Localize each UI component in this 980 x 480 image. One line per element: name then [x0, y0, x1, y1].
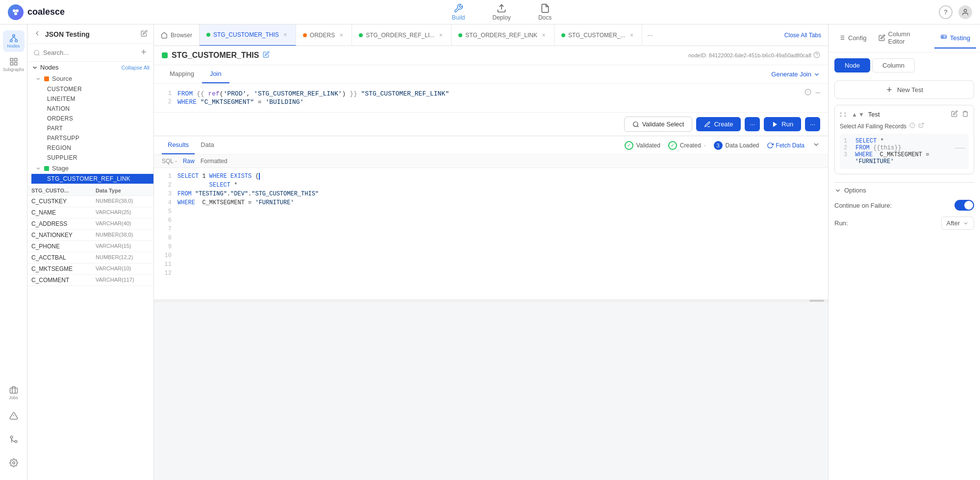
nav-docs[interactable]: Docs	[532, 1, 557, 23]
select-all-failing-label: Select All Failing Records	[840, 123, 906, 130]
nav-deploy[interactable]: Deploy	[487, 1, 517, 23]
arrow-down-button[interactable]: ▼	[858, 111, 864, 118]
select-all-info-icon[interactable]	[909, 122, 915, 130]
results-status: ✓ Validated ✓ Created - 3 Data Loaded	[625, 141, 820, 150]
nodes-label: Nodes	[40, 64, 59, 71]
back-button[interactable]	[33, 29, 41, 39]
sub-tab-column[interactable]: Column	[872, 58, 915, 72]
tab-close-button[interactable]: ×	[282, 31, 289, 38]
code-editor[interactable]: 1 FROM {{ ref('PROD', 'STG_CUSTOMER_REF_…	[154, 84, 828, 112]
right-panel-tabs: Config Column Editor Testing	[829, 24, 980, 52]
tab-testing[interactable]: Testing	[934, 28, 976, 48]
new-test-button[interactable]: New Test	[834, 80, 974, 99]
tab-stg-orders-ref-link[interactable]: STG_ORDERS_REF_LINK ×	[452, 24, 554, 46]
tab-browser[interactable]: Browser	[154, 24, 200, 46]
minimize-icon[interactable]: —	[815, 89, 820, 97]
sidebar: JSON Testing Nodes Collapse All	[27, 24, 154, 480]
drag-handle[interactable]	[840, 112, 848, 117]
config-tab-label: Config	[848, 34, 867, 42]
search-input[interactable]	[43, 49, 137, 56]
raw-option[interactable]: Raw	[183, 158, 195, 165]
tab-close-button[interactable]: ×	[628, 32, 635, 39]
sub-tab-node[interactable]: Node	[834, 58, 870, 72]
continue-on-failure-toggle[interactable]	[955, 200, 974, 211]
sidebar-item-region[interactable]: REGION	[31, 143, 153, 153]
right-panel: Config Column Editor Testing Node Column…	[828, 24, 980, 480]
icon-settings[interactable]	[3, 453, 25, 474]
results-code[interactable]: 1 SELECT 1 WHERE EXISTS { 2 SELECT * 3 F…	[154, 168, 828, 299]
help-icon[interactable]	[813, 51, 820, 59]
main-nav: Build Deploy Docs	[446, 1, 557, 23]
source-group-header[interactable]: Source	[31, 73, 153, 84]
create-button[interactable]: Create	[696, 117, 741, 131]
tab-config[interactable]: Config	[832, 28, 873, 48]
options-header[interactable]: Options	[834, 187, 974, 194]
table-row: C_COMMENTVARCHAR(117)	[27, 275, 153, 286]
user-icon[interactable]	[958, 5, 972, 19]
chevron-down-icon	[31, 64, 38, 71]
expand-button[interactable]	[812, 141, 820, 150]
data-tab[interactable]: Data	[195, 136, 220, 154]
nodes-header[interactable]: Nodes Collapse All	[27, 62, 153, 73]
icon-subgraphs[interactable]: Subgraphs	[3, 54, 25, 75]
delete-test-button[interactable]	[962, 110, 969, 119]
results-tab[interactable]: Results	[162, 136, 195, 154]
sidebar-item-customer[interactable]: CUSTOMER	[31, 84, 153, 94]
generate-join-button[interactable]: Generate Join	[771, 71, 820, 78]
tab-stg-orders-ref-li[interactable]: STG_ORDERS_REF_LI... ×	[352, 24, 452, 46]
svg-point-29	[633, 121, 637, 126]
icon-nodes[interactable]: Nodes	[3, 30, 25, 52]
sub-tabs: Node Column	[834, 58, 974, 72]
external-link-icon[interactable]	[918, 122, 924, 130]
run-more-button[interactable]: ···	[805, 117, 820, 131]
tab-mapping[interactable]: Mapping	[162, 65, 202, 83]
help-icon[interactable]: ?	[939, 5, 953, 19]
stage-group-header[interactable]: Stage	[31, 163, 153, 174]
result-line-3: 3 FROM "TESTING"."DEV"."STG_CUSTOMER_THI…	[154, 190, 828, 198]
edit-project-icon[interactable]	[141, 30, 148, 38]
nav-build[interactable]: Build	[446, 1, 471, 23]
col-type: VARCHAR(40)	[96, 220, 150, 227]
tab-orders[interactable]: ORDERS ×	[296, 24, 352, 46]
sidebar-item-nation[interactable]: NATION	[31, 104, 153, 114]
collapse-all-button[interactable]: Collapse All	[122, 65, 150, 71]
formatted-option[interactable]: Formatted	[201, 158, 227, 165]
tab-stg-customer-this[interactable]: STG_CUSTOMER_THIS ×	[200, 24, 296, 46]
edit-node-icon[interactable]	[263, 51, 270, 60]
run-button[interactable]: Run	[764, 117, 801, 131]
col-name: C_CUSTKEY	[31, 198, 96, 205]
tab-close-button[interactable]: ×	[437, 32, 444, 39]
sidebar-item-orders[interactable]: ORDERS	[31, 114, 153, 123]
create-more-button[interactable]: ···	[745, 117, 760, 131]
fetch-data-button[interactable]: Fetch Data	[767, 142, 804, 149]
more-tabs-button[interactable]: ···	[642, 31, 657, 39]
sidebar-item-lineitem[interactable]: LINEITEM	[31, 94, 153, 104]
tab-column-editor[interactable]: Column Editor	[873, 24, 934, 52]
icon-bar: Nodes Subgraphs Jobs	[0, 24, 27, 480]
tab-join[interactable]: Join	[202, 65, 229, 83]
sidebar-item-part[interactable]: PART	[31, 123, 153, 133]
tab-close-button[interactable]: ×	[338, 32, 345, 39]
add-node-button[interactable]	[140, 48, 148, 57]
icon-jobs[interactable]: Jobs	[3, 382, 25, 404]
tab-stg-customer2[interactable]: STG_CUSTOMER_... ×	[554, 24, 642, 46]
sidebar-item-stg-customer-ref-link[interactable]: STG_CUSTOMER_REF_LINK	[31, 174, 153, 184]
data-loaded-label: Data Loaded	[726, 142, 759, 149]
run-value: After	[947, 219, 960, 227]
code-line-2: 2 WHERE "C_MKTSEGMENT" = 'BUILDING'	[154, 98, 828, 106]
logo[interactable]: coalesce	[8, 4, 65, 20]
close-all-tabs-button[interactable]: Close All Tabs	[778, 32, 828, 39]
sidebar-item-partsupp[interactable]: PARTSUPP	[31, 133, 153, 143]
icon-warning[interactable]	[3, 406, 25, 427]
edit-test-button[interactable]	[951, 110, 958, 119]
run-dropdown[interactable]: After	[941, 216, 974, 230]
arrow-up-button[interactable]: ▲	[852, 111, 857, 118]
validate-select-button[interactable]: Validate Select	[624, 117, 693, 132]
options-section: Options Continue on Failure: Run: After	[834, 182, 974, 230]
sidebar-item-supplier[interactable]: SUPPLIER	[31, 153, 153, 163]
chevron-down-icon	[35, 76, 41, 82]
tab-close-button[interactable]: ×	[540, 32, 547, 39]
info-icon[interactable]	[804, 89, 811, 97]
icon-git[interactable]	[3, 429, 25, 451]
result-line-8: 8	[154, 234, 828, 242]
